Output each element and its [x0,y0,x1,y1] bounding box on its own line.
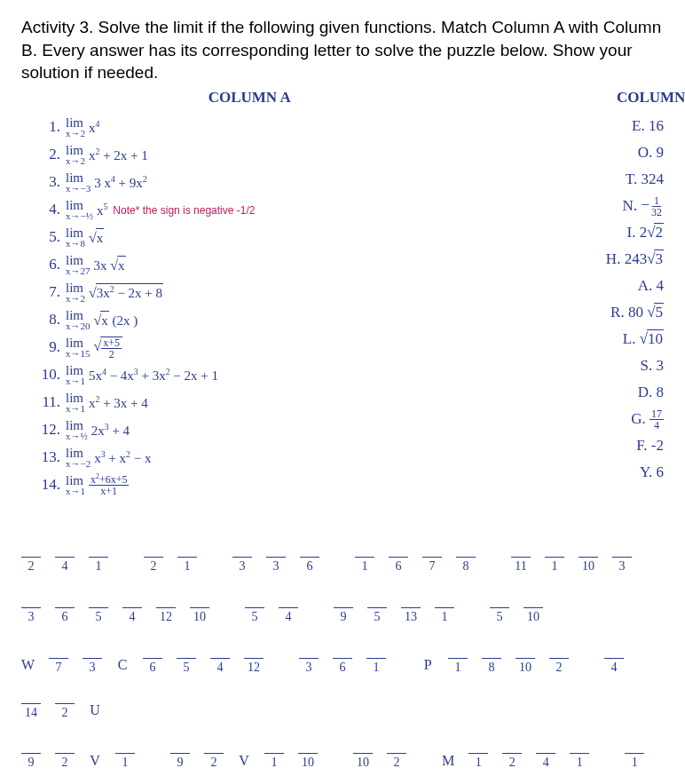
puzzle-slot: 3 [266,544,286,575]
answer-value: 243√3 [625,249,664,270]
puzzle-slot: 5 [490,595,509,626]
puzzle-slot: 1 [89,544,108,575]
puzzle-slot: 7 [49,645,68,677]
puzzle-prefilled-letter: C [116,655,129,677]
column-a-item: 14. lim x→1 x2+6x+5x+1 [21,472,406,499]
answer-value: 8 [656,383,664,403]
column-b-item: L. √10 [406,327,664,353]
puzzle-slot-number: 1 [632,755,638,772]
puzzle-blank [170,740,190,754]
puzzle-blank [625,740,644,754]
puzzle-slot-number: 4 [217,660,224,677]
note-text: Note* the sign is negative -1/2 [113,203,255,218]
answer-value: 324 [641,170,664,190]
item-number: 11. [21,392,66,413]
puzzle-slot: 1 [435,595,454,626]
puzzle-blank [21,544,41,558]
puzzle-slot-number: 1 [442,609,448,626]
answer-letter: S. [641,356,657,376]
puzzle-slot-number: 2 [556,660,563,677]
puzzle-slot-number: 1 [455,660,461,677]
puzzle-slot-number: 7 [56,660,62,677]
column-b-item: F. -2 [406,433,664,460]
puzzle-blank [143,645,162,659]
puzzle-slot: 3 [299,645,319,677]
puzzle-slot: 2 [204,740,224,772]
column-b-item: D. 8 [406,380,664,407]
puzzle-slot: 10 [298,740,318,772]
column-b: E. 16O. 9T. 324N. −132I. 2√2H. 243√3A. 4… [406,114,685,500]
puzzle-blank [21,691,41,704]
puzzle-blank [355,544,374,558]
puzzle-blank [232,544,252,558]
puzzle-slot: 2 [21,544,41,575]
puzzle-slot: 5 [245,595,264,626]
puzzle-blank [387,740,406,754]
puzzle-slot-number: 10 [527,609,539,626]
answer-value: −132 [641,195,664,218]
puzzle-slot: 3 [21,595,41,626]
puzzle-slot: 1 [468,740,488,772]
limit-expression: lim x→2 [66,116,85,139]
puzzle-blank [266,544,286,558]
puzzle-slot-number: 12 [248,660,260,677]
puzzle-blank [177,645,196,659]
puzzle-slot-number: 6 [62,609,68,626]
puzzle-slot-number: 9 [177,755,184,772]
puzzle-slot: 1 [355,544,374,575]
puzzle-slot: 8 [456,544,476,575]
puzzle-slot-number: 2 [62,755,68,772]
puzzle-slot: 1 [177,544,197,575]
puzzle-blank [298,740,318,754]
puzzle-prefilled-letter: P [421,655,434,677]
puzzle-slot-number: 3 [619,558,626,575]
answer-value: √10 [640,329,664,350]
column-headers: COLUMN A COLUMN B [21,88,664,108]
puzzle-slot: 1 [264,740,284,772]
puzzle-slot-number: 3 [90,660,96,677]
puzzle-slot-number: 1 [122,755,129,772]
puzzle-slot: 2 [55,740,75,772]
puzzle-slot-number: 6 [150,660,156,677]
puzzle-slot-number: 3 [273,558,280,575]
puzzle-slot-number: 5 [184,660,190,677]
puzzle-slot-number: 1 [374,660,380,677]
puzzle-slot-number: 1 [577,755,583,772]
column-b-item: Y. 6 [406,460,664,487]
puzzle-slot: 5 [177,645,196,677]
puzzle-slot-number: 4 [543,755,549,772]
answer-letter: E. [632,116,649,137]
column-b-item: H. 243√3 [406,247,664,273]
puzzle-blank [524,595,543,608]
puzzle-slot: 3 [232,544,252,575]
puzzle-slot: 9 [170,740,190,772]
puzzle-slot: 3 [612,544,632,575]
column-b-item: E. 16 [406,114,664,140]
limit-expression: lim x→1 [66,364,85,386]
puzzle-blank [579,544,598,558]
puzzle-slot-number: 2 [28,558,35,575]
column-b-item: R. 80 √5 [406,300,664,327]
puzzle-slot: 4 [55,544,75,575]
answer-value: 80 √5 [628,303,664,323]
puzzle-slot-number: 8 [463,558,469,575]
column-a-header: COLUMN A [21,88,442,108]
puzzle-slot: 2 [502,740,522,772]
column-a-item: 7. lim x→2 √3x2 − 2x + 8 [21,280,406,306]
column-a-item: 10. lim x→1 5x4 − 4x3 + 3x2 − 2x + 1 [21,362,406,389]
puzzle-slot: 5 [367,595,387,626]
column-a: 1. lim x→2 x4 2. lim x→2 x2 + 2x + 1 3. … [21,114,406,500]
puzzle-slot-number: 5 [374,609,381,626]
puzzle-blank [366,645,386,659]
answer-value: 2√2 [640,223,664,243]
item-number: 1. [21,117,66,138]
limit-expression: lim x→−3 [66,171,91,194]
answer-letter: A. [638,276,657,297]
column-b-item: G. 174 [406,407,664,433]
puzzle-blank [333,645,352,659]
puzzle-blank [490,595,509,608]
puzzle-slot: 6 [55,595,75,626]
puzzle-blank [204,740,224,754]
puzzle-blank [210,645,230,659]
puzzle-blank [55,595,75,608]
